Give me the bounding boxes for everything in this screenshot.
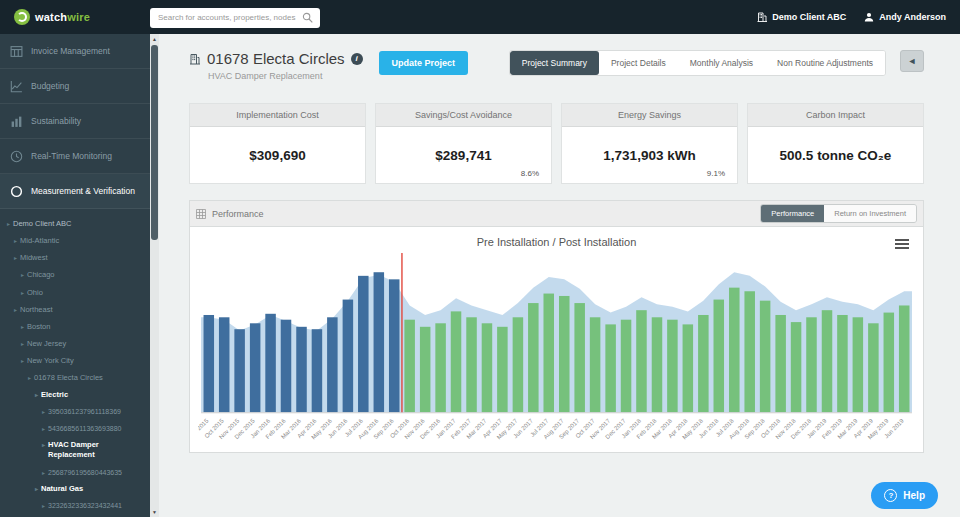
post-installation-bar[interactable] [853, 317, 864, 412]
post-installation-bar[interactable] [636, 310, 647, 412]
search-input[interactable] [150, 8, 320, 28]
tree-item[interactable]: ▸Natural Gas [5, 484, 145, 494]
sidebar-item-sustainability[interactable]: Sustainability [0, 104, 150, 139]
post-installation-bar[interactable] [605, 324, 616, 412]
watchwire-logo[interactable]: watchwire [14, 9, 150, 25]
sidebar-item-budgeting[interactable]: Budgeting [0, 69, 150, 104]
tree-item[interactable]: ▸Mid-Atlantic [5, 236, 145, 246]
tree-item[interactable]: ▸Boston [5, 322, 145, 332]
pre-installation-bar[interactable] [281, 320, 292, 413]
pre-installation-bar[interactable] [234, 329, 245, 412]
tree-item[interactable]: ▸Electric [5, 390, 145, 400]
sidebar-scrollbar-thumb[interactable] [151, 45, 158, 240]
post-installation-bar[interactable] [698, 315, 709, 412]
building-icon [757, 12, 767, 22]
metric-card-title: Energy Savings [562, 104, 737, 127]
tree-item-label: Demo Client ABC [13, 219, 71, 229]
sidebar-item-label: Sustainability [31, 116, 81, 126]
tree-arrow-icon: ▸ [42, 408, 45, 416]
post-installation-bar[interactable] [590, 317, 601, 412]
pre-installation-bar[interactable] [250, 323, 261, 412]
post-installation-bar[interactable] [621, 320, 632, 413]
post-installation-bar[interactable] [868, 323, 879, 412]
tree-item[interactable]: ▸2568796195680443635 [5, 468, 145, 477]
tree-item[interactable]: ▸Midwest [5, 253, 145, 263]
tree-arrow-icon: ▸ [7, 220, 10, 229]
post-installation-bar[interactable] [791, 322, 802, 412]
post-installation-bar[interactable] [497, 327, 508, 412]
user-icon [864, 12, 874, 22]
pre-installation-bar[interactable] [389, 279, 400, 412]
post-installation-bar[interactable] [744, 291, 755, 412]
tree-item[interactable]: ▸New York City [5, 356, 145, 366]
client-switcher[interactable]: Demo Client ABC [757, 12, 846, 22]
post-installation-bar[interactable] [714, 300, 725, 413]
scroll-down-icon[interactable]: ▼ [150, 507, 159, 517]
tab-non-routine-adjustments[interactable]: Non Routine Adjustments [765, 51, 885, 75]
post-installation-bar[interactable] [466, 317, 477, 412]
update-project-button[interactable]: Update Project [379, 51, 469, 75]
post-installation-bar[interactable] [543, 294, 554, 413]
chart-view-toggle: PerformanceReturn on Investment [760, 204, 917, 223]
tree-arrow-icon: ▸ [14, 306, 17, 315]
pre-installation-bar[interactable] [343, 300, 354, 413]
pre-installation-bar[interactable] [204, 315, 215, 412]
tab-project-summary[interactable]: Project Summary [510, 51, 599, 75]
pre-installation-bar[interactable] [265, 314, 276, 412]
pre-installation-bar[interactable] [358, 276, 369, 412]
metric-card: Implementation Cost$309,690 [189, 103, 366, 184]
post-installation-bar[interactable] [837, 315, 848, 412]
performance-chart[interactable]: Sep 2015Oct 2015Nov 2015Dec 2015Jan 2016… [198, 250, 915, 450]
post-installation-bar[interactable] [574, 303, 585, 412]
post-installation-bar[interactable] [528, 303, 539, 412]
tree-item[interactable]: ▸Northeast [5, 305, 145, 315]
sidebar-nav: Invoice ManagementBudgetingSustainabilit… [0, 34, 150, 209]
tree-item[interactable]: ▸3950361237961118369 [5, 407, 145, 416]
info-icon[interactable]: i [351, 53, 363, 65]
tree-item-selected[interactable]: ▸HVAC Damper Replacement [5, 440, 145, 460]
post-installation-bar[interactable] [899, 305, 910, 412]
tree-item[interactable]: ▸New Jersey [5, 339, 145, 349]
pre-installation-bar[interactable] [296, 327, 307, 412]
tree-item[interactable]: ▸Demo Client ABC [5, 219, 145, 229]
tree-item-label: 01678 Electa Circles [34, 373, 103, 383]
help-button[interactable]: ? Help [871, 482, 938, 509]
post-installation-bar[interactable] [513, 317, 524, 412]
sidebar-item-invoice-management[interactable]: Invoice Management [0, 34, 150, 69]
pre-installation-bar[interactable] [312, 329, 323, 412]
toggle-return-on-investment[interactable]: Return on Investment [824, 205, 916, 222]
sidebar-scrollbar[interactable]: ▲ ▼ [150, 34, 159, 517]
post-installation-bar[interactable] [884, 313, 895, 413]
chart-menu-icon[interactable] [895, 239, 909, 251]
post-installation-bar[interactable] [683, 324, 694, 412]
tree-item[interactable]: ▸Chicago [5, 270, 145, 280]
post-installation-bar[interactable] [729, 288, 740, 413]
tree-item[interactable]: ▸5436685611363693880 [5, 424, 145, 433]
collapse-arrow-button[interactable]: ◄ [900, 50, 924, 72]
post-installation-bar[interactable] [435, 323, 446, 412]
post-installation-bar[interactable] [451, 311, 462, 412]
scroll-up-icon[interactable]: ▲ [150, 34, 159, 44]
tab-monthly-analysis[interactable]: Monthly Analysis [678, 51, 765, 75]
post-installation-bar[interactable] [559, 296, 570, 412]
toggle-performance[interactable]: Performance [761, 205, 824, 222]
sidebar-item-real-time-monitoring[interactable]: Real-Time Monitoring [0, 139, 150, 174]
tree-item[interactable]: ▸01678 Electa Circles [5, 373, 145, 383]
tree-item[interactable]: ▸Ohio [5, 288, 145, 298]
tab-project-details[interactable]: Project Details [599, 51, 678, 75]
post-installation-bar[interactable] [652, 317, 663, 412]
pre-installation-bar[interactable] [219, 317, 230, 412]
pre-installation-bar[interactable] [374, 272, 385, 412]
post-installation-bar[interactable] [404, 320, 415, 413]
post-installation-bar[interactable] [667, 320, 678, 413]
user-menu[interactable]: Andy Anderson [864, 12, 946, 22]
post-installation-bar[interactable] [822, 310, 833, 412]
sidebar-item-measurement-verification[interactable]: Measurement & Verification [0, 174, 150, 209]
post-installation-bar[interactable] [760, 301, 771, 413]
post-installation-bar[interactable] [775, 315, 786, 412]
post-installation-bar[interactable] [420, 327, 431, 412]
post-installation-bar[interactable] [806, 317, 817, 412]
post-installation-bar[interactable] [482, 323, 493, 412]
pre-installation-bar[interactable] [327, 317, 338, 412]
tree-item[interactable]: ▸3232632336323432441 [5, 501, 145, 510]
